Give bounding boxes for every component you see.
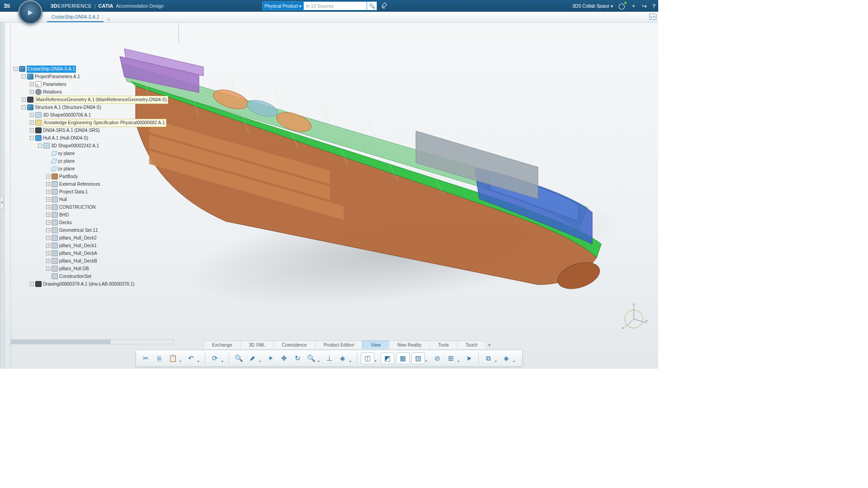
copy-button[interactable]: ⎘: [153, 352, 165, 364]
tree-node[interactable]: −Structure A.1 (Structure-DN04-S): [22, 103, 168, 111]
refresh-button[interactable]: ⟳: [209, 352, 221, 364]
collab-space-select[interactable]: 3DS Collab Space ▾: [572, 4, 613, 9]
tabs-more-icon[interactable]: ▾: [488, 343, 491, 347]
pan-button[interactable]: ✥: [278, 352, 290, 364]
tree-node[interactable]: +BHD: [46, 211, 168, 219]
zoom-button[interactable]: 🔍: [305, 352, 317, 364]
tree-node[interactable]: +Geometrical Set.11: [46, 226, 168, 234]
action-tab-3d-xml[interactable]: 3D XML: [240, 341, 274, 349]
tree-node[interactable]: +pillars_Hull_DeckA: [46, 249, 168, 257]
grid-button[interactable]: ⊞: [445, 352, 457, 364]
expand-toggle[interactable]: +: [46, 205, 50, 209]
tree-node[interactable]: −3D Shape00002242 A.1: [38, 142, 168, 150]
tree-node[interactable]: +pillars_Hull_Deck2: [46, 234, 168, 242]
tree-node[interactable]: +Project Data.1: [46, 188, 168, 196]
tree-node[interactable]: +pillars_Hull_DeckB: [46, 257, 168, 265]
mode1-button[interactable]: ◫: [361, 352, 374, 364]
tree-node[interactable]: +3D Shape00000706 A.1: [30, 111, 168, 119]
expand-toggle[interactable]: +: [30, 113, 34, 117]
rotate-button[interactable]: ↻: [292, 352, 303, 364]
expand-toggle[interactable]: +: [46, 174, 50, 178]
undo-button[interactable]: ↶: [185, 352, 197, 364]
expand-toggle[interactable]: +: [30, 121, 34, 125]
restore-window-icon[interactable]: ↘↖: [649, 14, 656, 20]
tree-node[interactable]: +pillars_Hull_Deck1: [46, 242, 168, 249]
action-tab-tools[interactable]: Tools: [429, 341, 457, 349]
share-icon[interactable]: ↪: [642, 3, 647, 9]
compass-button[interactable]: [18, 0, 42, 24]
expand-toggle[interactable]: +: [30, 282, 34, 286]
profile-icon[interactable]: ◯: [618, 3, 625, 9]
mode2-button[interactable]: ◩: [381, 352, 394, 364]
tab-document[interactable]: CruiseShip-DN04-S A.1: [47, 12, 104, 22]
tree-node[interactable]: −CruiseShip-DN04-S A.1: [14, 65, 168, 73]
expand-toggle[interactable]: −: [22, 75, 26, 79]
center-button[interactable]: ✶: [264, 352, 276, 364]
mode3-button[interactable]: ▦: [396, 352, 410, 364]
select-button[interactable]: ⬈: [246, 352, 258, 364]
cut-button[interactable]: ✂: [140, 352, 151, 364]
paste-button[interactable]: 📋: [167, 352, 179, 364]
action-tab-coexistence[interactable]: Coexistence: [274, 341, 316, 349]
tag-icon[interactable]: 🏷: [379, 1, 389, 10]
tree-node[interactable]: zx plane: [46, 165, 168, 173]
tree-node[interactable]: +PartBody: [46, 173, 168, 180]
tree-node[interactable]: +Relations: [30, 88, 168, 96]
search-button[interactable]: 🔍: [367, 1, 377, 10]
tree-node[interactable]: ConstructionSet: [46, 272, 168, 280]
tree-hscrollbar[interactable]: [11, 339, 174, 344]
action-tab-product-edition[interactable]: Product Edition: [315, 341, 363, 349]
tree-node[interactable]: +CONSTRUCTION: [46, 203, 168, 211]
axis-triad[interactable]: z y x: [619, 303, 648, 332]
expand-toggle[interactable]: −: [30, 136, 34, 140]
iso-button[interactable]: ◈: [337, 352, 349, 364]
tree-node[interactable]: +Drawing00000378 A.1 (drw-LAB-00000378.1…: [30, 280, 168, 288]
expand-toggle[interactable]: +: [46, 244, 50, 248]
action-tab-new-reality[interactable]: New Reality: [389, 341, 430, 349]
tree-node[interactable]: +DN04-SRS A.1 (DN04-SRS): [30, 127, 168, 134]
expand-toggle[interactable]: +: [46, 267, 50, 271]
tree-node[interactable]: yz plane: [46, 157, 168, 165]
tree-node[interactable]: −Hull A.1 (Hull-DN04-S): [30, 134, 168, 142]
search-type-select[interactable]: Physical Product▾: [262, 1, 304, 10]
next-button[interactable]: ➤: [463, 352, 475, 364]
spec-tree[interactable]: −CruiseShip-DN04-S A.1−ProjectParameters…: [14, 65, 168, 288]
expand-toggle[interactable]: +: [46, 213, 50, 217]
tree-node[interactable]: +pillars_Hull DB: [46, 265, 168, 272]
expand-toggle[interactable]: +: [46, 197, 50, 202]
expand-toggle[interactable]: +: [30, 90, 34, 94]
tree-node[interactable]: +Decks: [46, 219, 168, 226]
expand-toggle[interactable]: +: [46, 182, 50, 186]
tree-node[interactable]: +Knowledge Engineering Specification Phy…: [30, 119, 168, 127]
tree-node[interactable]: +Hull: [46, 196, 168, 203]
help-icon[interactable]: ?: [652, 3, 656, 9]
action-tab-view[interactable]: View: [362, 341, 389, 349]
expand-toggle[interactable]: +: [46, 228, 50, 232]
tree-node[interactable]: +Parameters: [30, 80, 168, 88]
expand-toggle[interactable]: −: [14, 67, 18, 71]
tree-node[interactable]: xy plane: [46, 150, 168, 157]
search-input[interactable]: In 13 Sources: [304, 1, 367, 10]
expand-toggle[interactable]: −: [38, 144, 42, 148]
expand-toggle[interactable]: +: [22, 98, 26, 102]
expand-toggle[interactable]: +: [30, 128, 34, 132]
normal-button[interactable]: ⊥: [323, 352, 335, 364]
expand-toggle[interactable]: +: [46, 259, 50, 263]
expand-toggle[interactable]: +: [46, 190, 50, 194]
zoom-fit-button[interactable]: 🔍: [233, 352, 245, 364]
expand-toggle[interactable]: +: [30, 82, 34, 86]
globe-button[interactable]: ⊘: [431, 352, 443, 364]
expand-toggle[interactable]: −: [22, 105, 26, 109]
action-tab-exchange[interactable]: Exchange: [203, 341, 241, 349]
expand-toggle[interactable]: +: [46, 236, 50, 240]
tree-node[interactable]: −ProjectParameters A.1: [22, 73, 168, 80]
tree-node[interactable]: +MainReferenceGeometry A.1 (MainReferenc…: [22, 96, 168, 103]
tree2-button[interactable]: ◈: [500, 352, 512, 364]
expand-toggle[interactable]: +: [46, 251, 50, 255]
add-icon[interactable]: ＋: [631, 2, 637, 10]
tab-add-button[interactable]: +: [104, 17, 113, 22]
action-tab-touch[interactable]: Touch: [457, 341, 486, 349]
tree-node[interactable]: +External References: [46, 180, 168, 188]
expand-toggle[interactable]: +: [46, 221, 50, 225]
collapse-handle[interactable]: ◂: [0, 196, 4, 209]
